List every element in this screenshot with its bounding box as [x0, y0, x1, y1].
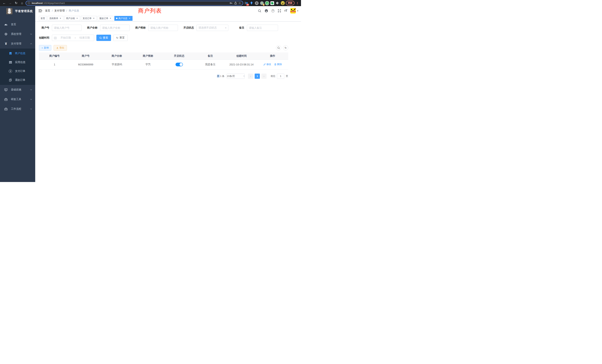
toolbox-icon: [4, 98, 8, 101]
field-label: 备注: [234, 26, 244, 30]
extension-chat-icon[interactable]: [270, 1, 274, 5]
profile-avatar-icon[interactable]: [281, 1, 285, 5]
merchant-short-input[interactable]: [150, 26, 176, 29]
cell-remark: 我是备注: [195, 60, 226, 69]
close-icon[interactable]: ×: [76, 17, 78, 20]
current-page-button[interactable]: 1: [255, 74, 260, 79]
refresh-table-button[interactable]: ↻: [283, 45, 288, 50]
close-icon[interactable]: ×: [93, 17, 95, 20]
user-avatar[interactable]: [290, 8, 296, 13]
help-icon[interactable]: ?: [271, 9, 275, 12]
tab-process-form[interactable]: 流程表单×: [48, 16, 63, 21]
close-icon[interactable]: ×: [59, 17, 62, 20]
sidebar-item-refund-order[interactable]: 退款订单: [0, 76, 35, 85]
app-title: 芋道管理系统: [15, 10, 33, 13]
sidebar-item-label: 应用信息: [15, 61, 32, 64]
date-range-picker[interactable]: 开始日期 - 结束日期: [52, 35, 94, 41]
col-merchant-no: 商户号: [70, 53, 101, 60]
col-status: 开启状态: [164, 53, 195, 60]
next-page-button[interactable]: ›: [261, 74, 267, 79]
app-logo[interactable]: 芋道管理系统: [0, 6, 35, 16]
font-size-icon[interactable]: тT: [284, 9, 287, 12]
close-icon[interactable]: ×: [109, 17, 112, 20]
chevron-down-icon: ▾: [225, 27, 226, 29]
address-bar[interactable]: ⓘ localhost:1024/pay/merchant ☆: [26, 1, 243, 6]
tab-user-group[interactable]: 用户分组×: [64, 16, 80, 21]
sidebar-item-home[interactable]: 首页: [0, 20, 35, 29]
site-info-icon[interactable]: ⓘ: [28, 1, 30, 5]
password-key-icon[interactable]: [229, 1, 233, 5]
extension-gem-icon[interactable]: [249, 1, 254, 5]
browser-menu-icon[interactable]: ⋮: [296, 1, 299, 5]
merchant-full-input[interactable]: [102, 26, 128, 29]
field-label: 商户号: [39, 26, 49, 30]
fullscreen-icon[interactable]: [278, 9, 281, 13]
goto-page-input[interactable]: [277, 74, 284, 79]
extension-monitor-icon[interactable]: 1: [260, 1, 264, 5]
breadcrumb-current: 商户信息: [69, 9, 79, 12]
toggle-search-button[interactable]: [276, 45, 281, 50]
end-date-input[interactable]: 结束日期: [77, 36, 92, 40]
sidebar-collapse-icon[interactable]: [39, 9, 42, 12]
field-remark: 备注: [234, 25, 278, 31]
extension-pin-icon[interactable]: 10: [244, 1, 248, 5]
edit-link[interactable]: 修改: [263, 63, 271, 66]
sidebar-item-merchant-info[interactable]: 商户信息: [0, 49, 35, 58]
status-select[interactable]: 请选择开启状态 ▾: [196, 25, 228, 31]
bookmark-star-icon[interactable]: ☆: [238, 1, 241, 5]
col-merchant-full: 商户全称: [101, 53, 132, 60]
tab-pay-order[interactable]: 支付订单×: [81, 16, 97, 21]
table-header-row: 商户编号 商户号 商户全称 商户简称 开启状态 备注 创建时间 操作: [39, 53, 288, 60]
export-button[interactable]: 导出: [54, 45, 67, 51]
sidebar-item-system[interactable]: 系统管理: [0, 29, 35, 39]
extension-command-icon[interactable]: ⌘: [255, 1, 259, 5]
add-button[interactable]: + 新增: [39, 45, 51, 51]
share-icon[interactable]: [234, 1, 237, 5]
chevron-down-icon: [30, 108, 32, 110]
date-separator: -: [75, 36, 76, 39]
search-button[interactable]: 搜索: [96, 35, 111, 41]
sidebar-item-infrastructure[interactable]: 基础设施: [0, 85, 35, 95]
breadcrumb-home[interactable]: 首页: [45, 9, 50, 12]
merchant-no-input[interactable]: [54, 26, 79, 29]
tab-home[interactable]: 首页: [39, 16, 47, 21]
status-toggle[interactable]: [175, 63, 183, 66]
logo-rabbit-image: [6, 8, 12, 14]
start-date-input[interactable]: 开始日期: [58, 36, 73, 40]
header-search-icon[interactable]: [258, 9, 261, 13]
delete-link[interactable]: 删除: [274, 63, 282, 66]
monitor-chart-icon: [4, 88, 8, 91]
avatar-caret-icon[interactable]: ▾: [297, 10, 298, 12]
extensions-puzzle-icon[interactable]: [275, 1, 280, 5]
tab-merchant-info[interactable]: 商户信息×: [114, 16, 132, 21]
page-size-select[interactable]: 10条/页 ▾: [227, 74, 245, 79]
tab-refund-order[interactable]: 退款订单×: [98, 16, 113, 21]
sidebar-item-workflow[interactable]: 工作流程: [0, 104, 35, 114]
browser-forward-button[interactable]: →: [8, 1, 13, 6]
breadcrumb: 首页 / 支付管理 / 商户信息: [45, 9, 79, 12]
sidebar-item-app-info[interactable]: 应用信息: [0, 58, 35, 67]
field-label: 开启状态: [183, 26, 194, 30]
browser-chrome: ← → ↻ ⌂ ⓘ localhost:1024/pay/merchant ☆ …: [0, 0, 301, 6]
url-text[interactable]: localhost:1024/pay/merchant: [32, 2, 228, 4]
sidebar-item-label: 商户信息: [15, 52, 32, 55]
breadcrumb-separator: /: [66, 9, 67, 12]
sidebar-item-dev-tools[interactable]: 研发工具: [0, 95, 35, 104]
extension-y-icon[interactable]: y: [265, 1, 269, 5]
breadcrumb-payment[interactable]: 支付管理: [54, 9, 65, 12]
remark-input[interactable]: [249, 26, 276, 29]
document-copy-icon: [9, 78, 12, 82]
prev-page-button[interactable]: ‹: [248, 74, 253, 79]
sidebar-item-payment[interactable]: ¥ 支付管理: [0, 39, 35, 49]
active-dot-icon: [116, 18, 118, 19]
github-icon[interactable]: [265, 9, 268, 13]
close-icon[interactable]: ×: [128, 17, 131, 20]
reset-button[interactable]: ↻ 重置: [113, 35, 128, 41]
chevron-down-icon: ▾: [243, 75, 245, 77]
browser-home-button[interactable]: ⌂: [20, 1, 24, 6]
browser-reload-button[interactable]: ↻: [14, 1, 19, 6]
extension-badge: 1: [263, 4, 265, 6]
sidebar-item-pay-order[interactable]: ¥ 支付订单: [0, 67, 35, 76]
browser-back-button[interactable]: ←: [2, 1, 7, 6]
browser-update-button[interactable]: 更新: [286, 1, 294, 5]
